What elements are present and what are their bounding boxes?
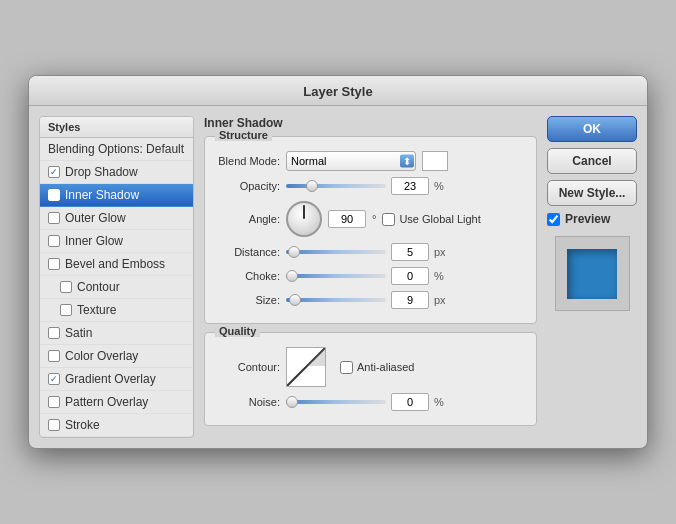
quality-section: Quality Contour: [204, 332, 537, 426]
angle-needle-icon [303, 205, 305, 219]
bevel-emboss-label: Bevel and Emboss [65, 257, 165, 271]
sidebar-item-stroke[interactable]: Stroke [40, 414, 193, 437]
sidebar-item-gradient-overlay[interactable]: ✓ Gradient Overlay [40, 368, 193, 391]
anti-aliased-checkbox[interactable] [340, 361, 353, 374]
color-overlay-label: Color Overlay [65, 349, 138, 363]
pattern-overlay-checkbox[interactable] [48, 396, 60, 408]
contour-checkbox[interactable] [60, 281, 72, 293]
contour-label: Contour [77, 280, 120, 294]
blend-mode-label: Blend Mode: [215, 155, 280, 167]
sidebar-item-pattern-overlay[interactable]: Pattern Overlay [40, 391, 193, 414]
layer-style-window: Layer Style Styles Blending Options: Def… [28, 75, 648, 449]
preview-checkbox[interactable] [547, 213, 560, 226]
new-style-button[interactable]: New Style... [547, 180, 637, 206]
distance-slider-container: px [286, 243, 448, 261]
noise-slider[interactable] [286, 400, 386, 404]
structure-section: Structure Blend Mode: Normal Multiply Sc… [204, 136, 537, 324]
opacity-slider-container: % [286, 177, 448, 195]
preview-label: Preview [547, 212, 637, 226]
sidebar-item-inner-shadow[interactable]: ✓ Inner Shadow [40, 184, 193, 207]
outer-glow-label: Outer Glow [65, 211, 126, 225]
angle-dial[interactable] [286, 201, 322, 237]
blending-label: Blending Options: Default [48, 142, 184, 156]
drop-shadow-checkbox[interactable]: ✓ [48, 166, 60, 178]
contour-row: Contour: Anti-aliased [215, 347, 526, 387]
pattern-overlay-label: Pattern Overlay [65, 395, 148, 409]
sidebar: Styles Blending Options: Default ✓ Drop … [39, 116, 194, 438]
color-overlay-checkbox[interactable] [48, 350, 60, 362]
sidebar-item-drop-shadow[interactable]: ✓ Drop Shadow [40, 161, 193, 184]
stroke-label: Stroke [65, 418, 100, 432]
preview-box [555, 236, 630, 311]
sidebar-item-blending[interactable]: Blending Options: Default [40, 138, 193, 161]
cancel-button[interactable]: Cancel [547, 148, 637, 174]
distance-input[interactable] [391, 243, 429, 261]
choke-label: Choke: [215, 270, 280, 282]
noise-input[interactable] [391, 393, 429, 411]
noise-row: Noise: % [215, 393, 526, 411]
choke-input[interactable] [391, 267, 429, 285]
opacity-row: Opacity: % [215, 177, 526, 195]
sidebar-item-bevel-emboss[interactable]: Bevel and Emboss [40, 253, 193, 276]
right-panel: OK Cancel New Style... Preview [547, 116, 637, 438]
blend-mode-select[interactable]: Normal Multiply Screen [286, 151, 416, 171]
title-bar: Layer Style [29, 76, 647, 106]
inner-shadow-checkbox[interactable]: ✓ [48, 189, 60, 201]
size-slider-container: px [286, 291, 448, 309]
gradient-overlay-label: Gradient Overlay [65, 372, 156, 386]
window-title: Layer Style [303, 84, 372, 99]
gradient-overlay-checkbox[interactable]: ✓ [48, 373, 60, 385]
blend-mode-row: Blend Mode: Normal Multiply Screen ⬍ [215, 151, 526, 171]
choke-unit: % [434, 270, 448, 282]
section-title: Inner Shadow [204, 116, 537, 130]
angle-control: ° [286, 201, 376, 237]
distance-label: Distance: [215, 246, 280, 258]
angle-row: Angle: ° Use Global Light [215, 201, 526, 237]
noise-slider-container: % [286, 393, 448, 411]
size-row: Size: px [215, 291, 526, 309]
use-global-light-label[interactable]: Use Global Light [382, 213, 480, 226]
texture-checkbox[interactable] [60, 304, 72, 316]
outer-glow-checkbox[interactable] [48, 212, 60, 224]
use-global-light-checkbox[interactable] [382, 213, 395, 226]
blend-color-swatch[interactable] [422, 151, 448, 171]
drop-shadow-label: Drop Shadow [65, 165, 138, 179]
choke-slider[interactable] [286, 274, 386, 278]
stroke-checkbox[interactable] [48, 419, 60, 431]
opacity-unit: % [434, 180, 448, 192]
sidebar-item-texture[interactable]: Texture [40, 299, 193, 322]
angle-label: Angle: [215, 213, 280, 225]
satin-label: Satin [65, 326, 92, 340]
sidebar-item-contour[interactable]: Contour [40, 276, 193, 299]
sidebar-item-outer-glow[interactable]: Outer Glow [40, 207, 193, 230]
sidebar-item-satin[interactable]: Satin [40, 322, 193, 345]
sidebar-item-color-overlay[interactable]: Color Overlay [40, 345, 193, 368]
opacity-slider[interactable] [286, 184, 386, 188]
size-slider[interactable] [286, 298, 386, 302]
inner-glow-label: Inner Glow [65, 234, 123, 248]
satin-checkbox[interactable] [48, 327, 60, 339]
bevel-emboss-checkbox[interactable] [48, 258, 60, 270]
noise-unit: % [434, 396, 448, 408]
size-label: Size: [215, 294, 280, 306]
distance-slider[interactable] [286, 250, 386, 254]
distance-unit: px [434, 246, 448, 258]
quality-label: Quality [215, 325, 260, 337]
distance-row: Distance: px [215, 243, 526, 261]
opacity-input[interactable] [391, 177, 429, 195]
blend-mode-select-wrapper: Normal Multiply Screen ⬍ [286, 151, 416, 171]
choke-row: Choke: % [215, 267, 526, 285]
main-panel: Inner Shadow Structure Blend Mode: Norma… [204, 116, 537, 438]
size-input[interactable] [391, 291, 429, 309]
noise-label: Noise: [215, 396, 280, 408]
sidebar-item-inner-glow[interactable]: Inner Glow [40, 230, 193, 253]
contour-thumbnail[interactable] [286, 347, 326, 387]
inner-shadow-label: Inner Shadow [65, 188, 139, 202]
structure-label: Structure [215, 129, 272, 141]
angle-input[interactable] [328, 210, 366, 228]
inner-glow-checkbox[interactable] [48, 235, 60, 247]
anti-aliased-label[interactable]: Anti-aliased [340, 361, 414, 374]
ok-button[interactable]: OK [547, 116, 637, 142]
size-unit: px [434, 294, 448, 306]
opacity-label: Opacity: [215, 180, 280, 192]
